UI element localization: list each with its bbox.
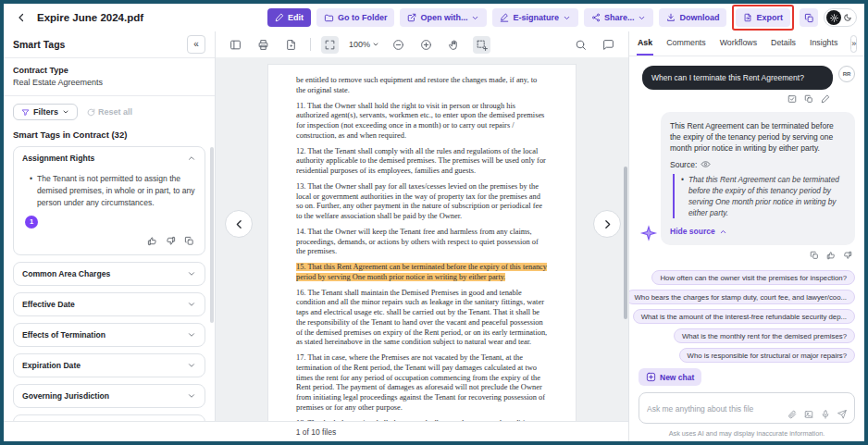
comment-button[interactable] <box>600 36 617 54</box>
fit-to-screen-button[interactable] <box>321 36 339 54</box>
hide-source-link[interactable]: Hide source <box>670 227 727 236</box>
panel-tabs: Ask Comments Workflows Details Insights … <box>629 31 864 56</box>
edit-button[interactable]: Edit <box>267 8 311 27</box>
copy-pages-button[interactable] <box>800 8 818 27</box>
tag-card-header[interactable]: Expiration Date <box>14 354 205 377</box>
document-scrollbar[interactable] <box>624 167 627 319</box>
eye-icon[interactable] <box>701 159 711 169</box>
select-region-button[interactable] <box>473 36 490 54</box>
contract-type-label: Contract Type <box>13 66 205 75</box>
chat-area: When can I terminate this Rent Agreement… <box>629 56 864 441</box>
suggested-question-pill[interactable]: How often can the owner visit the premis… <box>651 270 855 285</box>
panel-expand-button[interactable]: » <box>850 35 857 53</box>
thumbs-up-icon[interactable] <box>147 236 157 246</box>
microphone-icon[interactable] <box>821 410 830 419</box>
attach-icon[interactable] <box>787 410 797 419</box>
content-row: Smart Tags « Contract Type Real Estate A… <box>4 31 628 421</box>
zoom-level-dropdown[interactable]: 100% <box>349 40 379 49</box>
suggested-question-pill[interactable]: Who bears the charges for stamp duty, co… <box>629 290 855 304</box>
document-title: Expire June 2024.pdf <box>37 12 143 23</box>
print-button[interactable] <box>254 36 272 54</box>
snippet-icon[interactable] <box>787 94 797 104</box>
go-to-folder-button[interactable]: Go to Folder <box>316 8 395 27</box>
open-with-button[interactable]: Open with... <box>400 8 487 27</box>
tag-card-header[interactable]: Effective Date <box>14 293 205 315</box>
back-button[interactable] <box>13 9 30 26</box>
search-button[interactable] <box>572 36 589 54</box>
panel-tab[interactable]: Workflows <box>719 31 758 56</box>
chevron-up-icon <box>187 154 196 163</box>
tag-card: Effects of Termination <box>13 323 205 347</box>
bullet-dot: • <box>681 174 684 218</box>
tag-title: Assignment Rights <box>22 154 94 163</box>
thumbs-down-icon[interactable] <box>843 251 852 260</box>
smart-tag-list: Assignment Rights • The Tenant is not pe… <box>4 146 215 421</box>
suggested-question-pill[interactable]: What is the amount of the interest-free … <box>633 309 855 324</box>
zoom-out-button[interactable] <box>390 36 407 54</box>
tag-occurrence-badge[interactable]: 1 <box>25 216 38 229</box>
tag-card-header[interactable]: Common Area Charges <box>14 263 205 285</box>
pan-hand-button[interactable] <box>445 36 463 54</box>
sidebar-title: Smart Tags <box>13 39 65 50</box>
previous-file-button[interactable] <box>225 210 253 238</box>
document-info-button[interactable] <box>282 36 300 54</box>
zoom-in-button[interactable] <box>417 36 435 54</box>
suggested-questions: How often can the owner visit the premis… <box>639 270 855 363</box>
next-file-button[interactable] <box>593 210 621 238</box>
theme-toggle[interactable] <box>824 8 857 27</box>
answer-text: This Rent Agreement can be terminated be… <box>670 120 846 154</box>
copy-icon[interactable] <box>184 236 194 246</box>
thumbs-up-icon[interactable] <box>826 251 836 260</box>
download-button[interactable]: Download <box>659 8 726 27</box>
thumbnails-panel-button[interactable] <box>227 36 244 54</box>
left-group: Smart Tags « Contract Type Real Estate A… <box>4 31 628 441</box>
sidebar-scrollbar[interactable] <box>210 147 214 323</box>
tag-card-header[interactable]: Governing Jurisdiction <box>14 385 205 407</box>
document-paragraph: 18. That both the parties shall observe … <box>296 419 548 422</box>
tag-card-header[interactable]: Indemnity <box>14 415 205 421</box>
tag-bullet: • The Tenant is not permitted to assign … <box>22 171 196 209</box>
send-icon[interactable] <box>837 410 847 419</box>
document-paragraph: 13. That the Owner shall pay for all tax… <box>296 182 548 222</box>
chevron-down-icon <box>62 108 69 116</box>
tag-card: Expiration Date <box>13 353 205 377</box>
collapsed-tag-cards: Common Area Charges Effective Date <box>13 262 205 421</box>
chevron-up-icon <box>719 228 727 236</box>
chevron-down-icon <box>187 300 196 309</box>
tag-card-header[interactable]: Assignment Rights <box>14 147 205 169</box>
image-icon[interactable] <box>804 410 813 419</box>
panel-tab[interactable]: Ask <box>637 31 653 56</box>
export-button[interactable]: Export <box>736 8 790 27</box>
suggested-question-pill[interactable]: Who is responsible for structural or maj… <box>679 348 855 363</box>
sidebar-collapse-button[interactable]: « <box>187 35 205 54</box>
user-avatar: RR <box>838 66 855 82</box>
panel-tab[interactable]: Comments <box>665 31 707 56</box>
e-signature-button[interactable]: E-signature <box>492 8 578 27</box>
panel-tab[interactable]: Details <box>770 31 797 56</box>
tag-title: Effects of Termination <box>22 330 105 340</box>
thumbs-down-icon[interactable] <box>166 236 176 246</box>
filters-button[interactable]: Filters <box>13 104 78 120</box>
edit-question-icon[interactable] <box>821 94 830 104</box>
ask-panel: Ask Comments Workflows Details Insights … <box>628 31 864 441</box>
tag-card: Effective Date <box>13 292 205 316</box>
chevron-down-icon <box>187 269 196 278</box>
tag-card-header[interactable]: Effects of Termination <box>14 324 205 346</box>
tag-card-body: • The Tenant is not permitted to assign … <box>14 169 205 254</box>
suggested-question-pill[interactable]: What is the monthly rent for the demised… <box>674 328 855 343</box>
document-paragraph: 12. That the Tenant shall comply with al… <box>296 147 548 177</box>
document-paragraph: 14. That the Owner will keep the Tenant … <box>296 228 548 257</box>
download-icon <box>666 13 676 22</box>
reset-all-button[interactable]: Reset all <box>87 107 132 117</box>
copy-icon[interactable] <box>810 251 819 260</box>
top-bar: Expire June 2024.pdf Edit Go to Folder O… <box>4 4 864 31</box>
answer-actions <box>639 251 852 260</box>
ask-input-box <box>639 392 855 424</box>
copy-icon[interactable] <box>804 94 813 104</box>
source-label: Source: <box>670 160 697 169</box>
share-button[interactable]: Share... <box>584 8 654 27</box>
chevron-down-icon <box>372 41 379 48</box>
panel-tab[interactable]: Insights <box>809 31 838 56</box>
new-chat-button[interactable]: New chat <box>639 368 701 386</box>
sidebar-header: Smart Tags « <box>4 31 215 58</box>
